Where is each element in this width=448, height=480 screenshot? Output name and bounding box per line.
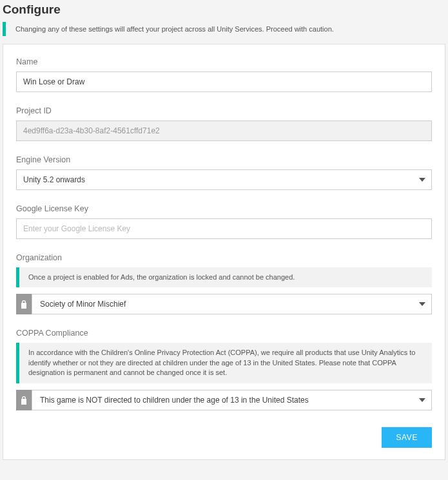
name-input[interactable] [16, 72, 432, 92]
coppa-locked-row: This game is NOT directed to children un… [16, 390, 432, 410]
engine-version-select-wrap[interactable]: Unity 5.2 onwards [16, 169, 432, 190]
organization-select-wrap[interactable]: Society of Minor Mischief [32, 294, 432, 314]
lock-icon [16, 294, 32, 314]
project-id-input [16, 120, 432, 141]
lock-icon [16, 390, 32, 410]
coppa-select[interactable]: This game is NOT directed to children un… [32, 390, 432, 410]
organization-field-block: Organization Once a project is enabled f… [16, 253, 432, 314]
organization-notice-text: Once a project is enabled for Ads, the o… [19, 267, 304, 287]
name-field-block: Name [16, 57, 432, 92]
project-id-field-block: Project ID [16, 106, 432, 141]
google-license-label: Google License Key [16, 204, 432, 213]
organization-notice: Once a project is enabled for Ads, the o… [16, 267, 432, 287]
save-button[interactable]: SAVE [382, 427, 432, 448]
coppa-notice-text: In accordance with the Children's Online… [19, 343, 432, 383]
engine-version-select[interactable]: Unity 5.2 onwards [16, 169, 432, 190]
organization-select[interactable]: Society of Minor Mischief [32, 294, 432, 314]
coppa-notice: In accordance with the Children's Online… [16, 343, 432, 383]
engine-version-label: Engine Version [16, 155, 432, 164]
name-label: Name [16, 57, 432, 66]
configure-card: Name Project ID Engine Version Unity 5.2… [3, 44, 445, 460]
google-license-field-block: Google License Key [16, 204, 432, 239]
coppa-label: COPPA Compliance [16, 329, 432, 338]
project-id-label: Project ID [16, 106, 432, 115]
coppa-field-block: COPPA Compliance In accordance with the … [16, 329, 432, 410]
engine-version-field-block: Engine Version Unity 5.2 onwards [16, 155, 432, 190]
button-row: SAVE [16, 427, 432, 448]
organization-locked-row: Society of Minor Mischief [16, 294, 432, 314]
warning-banner-text: Changing any of these settings will affe… [6, 22, 334, 36]
top-warning-banner: Changing any of these settings will affe… [3, 22, 445, 36]
page-title: Configure [3, 3, 445, 17]
coppa-select-wrap[interactable]: This game is NOT directed to children un… [32, 390, 432, 410]
organization-label: Organization [16, 253, 432, 262]
google-license-input[interactable] [16, 218, 432, 239]
